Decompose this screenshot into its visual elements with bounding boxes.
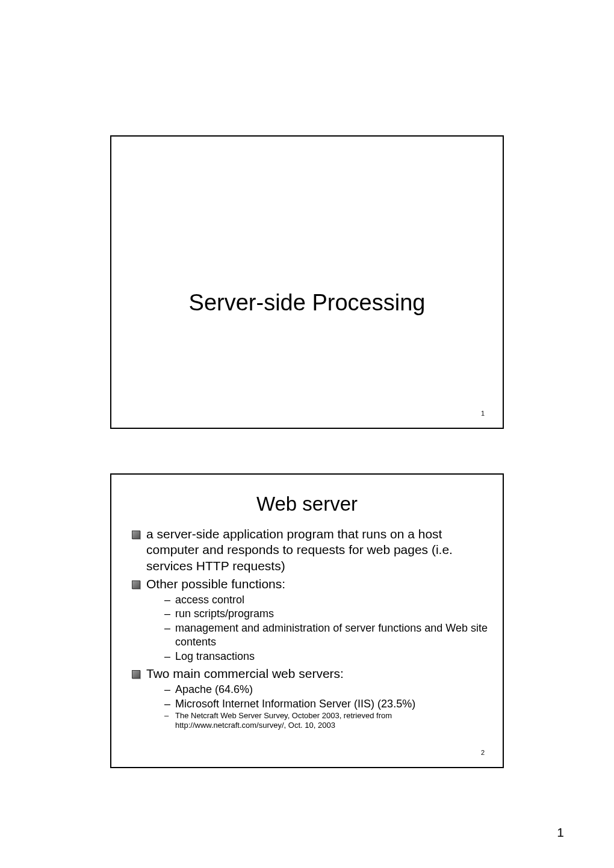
slide-2-body: Web server a server-side application pro…: [111, 475, 503, 767]
sub-list: Apache (64.6%) Microsoft Internet Inform…: [146, 683, 491, 730]
bullet-text: Other possible functions:: [146, 577, 285, 591]
bullet-item: Other possible functions: access control…: [129, 576, 491, 663]
bullet-item: a server-side application program that r…: [129, 526, 491, 574]
sub-item: run scripts/programs: [164, 607, 491, 621]
bullet-text: a server-side application program that r…: [146, 527, 453, 573]
sub-item: Apache (64.6%): [164, 683, 491, 697]
slide-1-body: Server-side Processing 1: [111, 137, 503, 428]
slide-2-number: 2: [481, 749, 485, 756]
sub-item: access control: [164, 593, 491, 607]
bullet-item: Two main commercial web servers: Apache …: [129, 666, 491, 731]
sub-item: management and administration of server …: [164, 621, 491, 650]
slide-1: Server-side Processing 1: [110, 135, 504, 429]
sub-item: Log transactions: [164, 650, 491, 663]
slide-2: Web server a server-side application pro…: [110, 473, 504, 768]
slide-1-number: 1: [481, 410, 485, 417]
bullet-text: Two main commercial web servers:: [146, 666, 344, 680]
bullet-list: a server-side application program that r…: [123, 526, 491, 730]
slide-2-title: Web server: [123, 493, 491, 516]
slide-1-title: Server-side Processing: [111, 290, 503, 316]
page-number: 1: [557, 825, 564, 840]
sub-list: access control run scripts/programs mana…: [146, 593, 491, 663]
sub-item-citation: The Netcraft Web Server Survey, October …: [164, 711, 491, 731]
sub-item: Microsoft Internet Information Server (I…: [164, 697, 491, 711]
